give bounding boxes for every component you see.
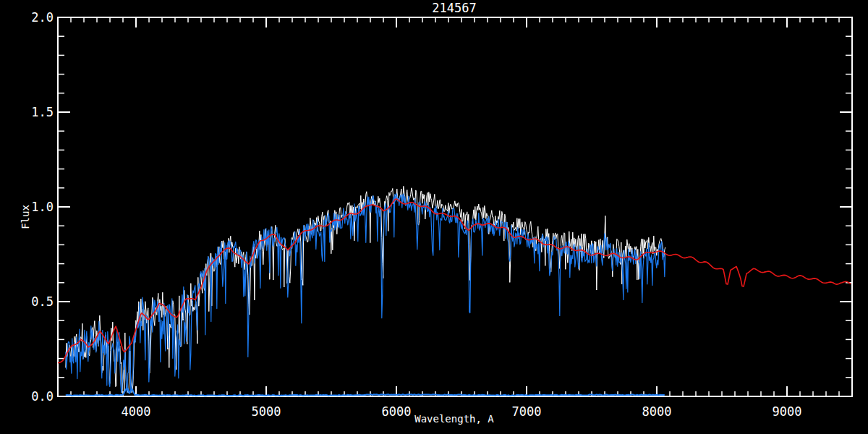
y-tick-label: 2.0 [31,10,54,25]
y-axis-label: Flux [20,205,31,229]
y-tick-label: 0.5 [31,294,54,309]
y-tick-label: 1.5 [31,105,54,119]
x-axis-label: Wavelength, A [414,413,494,425]
x-tick-label: 8000 [642,404,672,419]
spectrum-chart-window: 4000500060007000800090000.00.51.01.52.0 … [0,0,868,434]
y-tick-label: 0.0 [31,389,54,404]
x-tick-label: 7000 [512,404,542,419]
y-tick-label: 1.0 [31,200,54,214]
spectrum-plot: 4000500060007000800090000.00.51.01.52.0 … [0,0,868,434]
x-tick-label: 5000 [252,404,281,419]
x-tick-label: 6000 [382,404,412,419]
plot-title: 214567 [432,1,476,15]
x-tick-label: 9000 [773,404,802,419]
x-tick-label: 4000 [122,404,151,419]
